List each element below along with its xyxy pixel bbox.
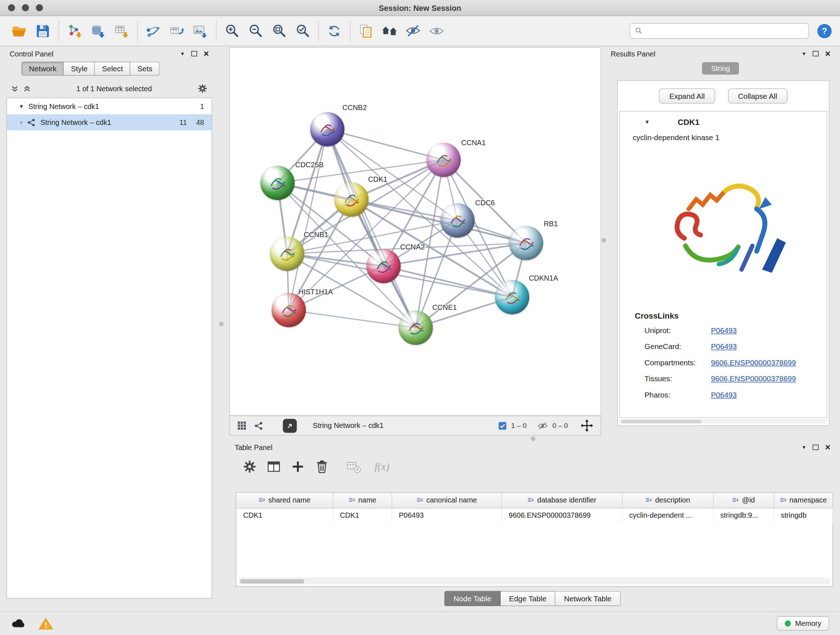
table-cell[interactable]: CDK1 (236, 508, 333, 523)
expand-all-icon[interactable] (23, 84, 31, 92)
network-edge-ccnb2-ccne1[interactable] (327, 129, 416, 328)
network-edge-ccne1-hist1h1a[interactable] (289, 310, 416, 328)
crosslink-pharos-link[interactable]: P06493 (711, 391, 737, 399)
tab-edge-table[interactable]: Edge Table (500, 591, 555, 606)
zoom-in-button[interactable] (220, 19, 244, 43)
import-table-from-file-button[interactable] (110, 19, 134, 43)
warning-icon[interactable] (39, 617, 53, 630)
network-node-cdk1[interactable] (334, 182, 369, 217)
crosslink-tissues-link[interactable]: 9606.ENSP00000378699 (711, 374, 796, 383)
crosslink-compartments-link[interactable]: 9606.ENSP00000378699 (711, 358, 796, 367)
import-network-from-file-button[interactable] (63, 19, 86, 43)
network-node-cdc6[interactable] (440, 203, 475, 238)
panel-float-icon[interactable] (191, 51, 197, 57)
table-cell[interactable]: CDK1 (333, 508, 392, 523)
table-row[interactable]: CDK1 CDK1 P06493 9606.ENSP00000378699 cy… (236, 508, 832, 523)
search-input[interactable] (646, 27, 804, 35)
memory-button[interactable]: Memory (777, 616, 829, 631)
panel-float-icon[interactable] (813, 51, 819, 57)
show-all-button[interactable] (425, 19, 448, 43)
minimize-window-button[interactable] (22, 4, 29, 11)
hidden-eye-icon[interactable] (537, 420, 548, 431)
panel-menu-icon[interactable]: ▼ (802, 51, 806, 56)
zoom-window-button[interactable] (36, 4, 43, 11)
cloud-icon[interactable] (11, 618, 26, 629)
network-node-hist1h1a[interactable] (272, 293, 306, 327)
clone-network-button[interactable] (354, 19, 378, 43)
table-horizontal-scrollbar[interactable] (238, 578, 830, 585)
protein-expander-icon[interactable]: ▼ (645, 119, 650, 125)
table-cell[interactable]: stringdb (774, 508, 832, 523)
column-header-database-identifier[interactable]: database identifier (501, 493, 622, 508)
network-canvas[interactable]: CCNB2CCNA1CDC25BCDK1CDC6RB1CCNB1CCNA2CDK… (230, 48, 601, 416)
crosslink-genecard-link[interactable]: P06493 (711, 342, 737, 351)
scrollbar-thumb[interactable] (240, 579, 304, 583)
open-session-button[interactable] (8, 19, 31, 43)
table-cell[interactable]: cyclin-dependent ... (622, 508, 713, 523)
column-header-name[interactable]: name (333, 493, 392, 508)
table-cell[interactable]: stringdb:9... (713, 508, 774, 523)
save-session-button[interactable] (31, 19, 55, 43)
delete-trash-icon[interactable] (314, 459, 329, 474)
results-horizontal-scrollbar[interactable] (620, 419, 827, 424)
column-header-description[interactable]: description (622, 493, 713, 508)
tab-network[interactable]: Network (21, 62, 64, 76)
network-collection-row[interactable]: ▼ String Network – cdk1 1 (7, 98, 212, 114)
zoom-out-button[interactable] (244, 19, 267, 43)
collection-expander-icon[interactable]: ▼ (19, 103, 24, 109)
search-field[interactable] (630, 23, 809, 39)
column-header-id[interactable]: @id (713, 493, 774, 508)
left-splitter-handle[interactable] (219, 322, 224, 326)
network-node-cdkn1a[interactable] (495, 280, 529, 314)
table-options-gear-icon[interactable] (242, 459, 257, 474)
tab-node-table[interactable]: Node Table (445, 591, 501, 606)
tab-style[interactable]: Style (64, 62, 95, 76)
new-network-button[interactable] (141, 19, 165, 43)
pan-crosshair-icon[interactable] (581, 420, 593, 432)
panel-menu-icon[interactable]: ▼ (180, 51, 185, 56)
expand-all-button[interactable]: Expand All (659, 88, 715, 103)
column-header-shared-name[interactable]: shared name (236, 493, 333, 508)
zoom-selected-button[interactable] (291, 19, 314, 43)
bottom-splitter-handle[interactable] (531, 437, 535, 441)
help-button[interactable]: ? (816, 23, 832, 39)
table-cell[interactable]: P06493 (392, 508, 502, 523)
network-overview-icon[interactable] (254, 421, 264, 431)
panel-float-icon[interactable] (813, 445, 819, 450)
open-in-new-window-button[interactable] (283, 418, 297, 432)
tab-sets[interactable]: Sets (130, 62, 159, 76)
collapse-all-icon[interactable] (11, 84, 19, 92)
column-header-namespace[interactable]: namespace (774, 493, 832, 508)
new-network-from-table-button[interactable] (165, 19, 188, 43)
table-cell[interactable]: 9606.ENSP00000378699 (501, 508, 622, 523)
crosslink-uniprot-link[interactable]: P06493 (711, 326, 737, 335)
apply-layout-button[interactable] (323, 19, 346, 43)
grid-view-icon[interactable] (237, 421, 246, 430)
network-node-ccnb2[interactable] (310, 112, 344, 147)
collapse-all-button[interactable]: Collapse All (728, 88, 788, 103)
network-edge-ccnb2-hist1h1a[interactable] (289, 129, 327, 310)
show-hide-panels-button[interactable] (378, 19, 401, 43)
column-header-canonical-name[interactable]: canonical name (392, 493, 502, 508)
tab-network-table[interactable]: Network Table (556, 591, 621, 606)
network-row[interactable]: ● String Network – cdk1 11 48 (7, 114, 212, 130)
zoom-fit-button[interactable] (267, 19, 291, 43)
tab-string[interactable]: String (702, 62, 739, 74)
panel-close-icon[interactable]: × (825, 49, 831, 58)
close-window-button[interactable] (8, 4, 15, 11)
network-node-ccna2[interactable] (366, 249, 401, 283)
tab-select[interactable]: Select (95, 62, 131, 76)
show-columns-icon[interactable] (266, 459, 281, 474)
selected-checkbox-icon[interactable] (498, 421, 507, 430)
network-node-ccne1[interactable] (399, 310, 433, 345)
gear-icon[interactable] (197, 83, 208, 94)
hide-selected-button[interactable] (401, 19, 425, 43)
panel-close-icon[interactable]: × (825, 443, 831, 452)
export-image-button[interactable] (188, 19, 212, 43)
add-column-plus-icon[interactable] (291, 459, 305, 474)
network-node-rb1[interactable] (509, 226, 543, 260)
network-node-ccna1[interactable] (426, 143, 461, 177)
import-network-from-database-button[interactable] (86, 19, 110, 43)
network-node-ccnb1[interactable] (270, 236, 304, 271)
network-node-cdc25b[interactable] (261, 166, 295, 200)
